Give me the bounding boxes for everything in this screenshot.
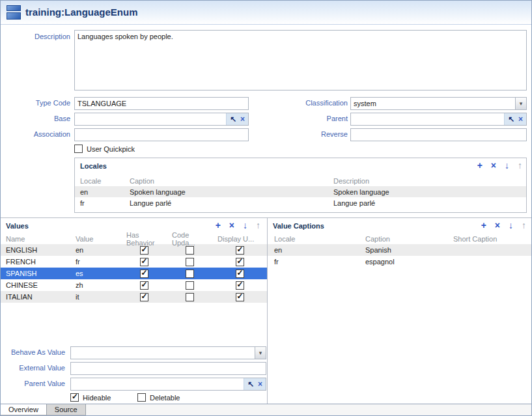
page-title: training:LanguageEnum [25, 7, 138, 18]
value-row[interactable]: FRENCH fr [1, 256, 267, 268]
editor-tabbar: Overview Source [1, 404, 531, 415]
picker-cursor-icon[interactable]: ↖ [247, 380, 254, 388]
editor-header: training:LanguageEnum [1, 1, 531, 25]
base-input[interactable] [75, 113, 226, 125]
has-behavior-checkbox[interactable] [140, 293, 148, 301]
value-row[interactable]: SPANISH es [1, 268, 267, 279]
dropdown-arrow-icon[interactable]: ▾ [255, 347, 266, 359]
display-update-checkbox[interactable] [236, 246, 244, 255]
clear-icon[interactable]: × [240, 115, 245, 123]
description-label: Description [1, 33, 70, 40]
value-captions-table-header: Locale Caption Short Caption [268, 234, 531, 244]
external-value-label: External Value [1, 364, 65, 372]
value-captions-panel: Value Captions + × ↓ ↑ Locale Caption Sh… [268, 217, 531, 404]
has-behavior-checkbox[interactable] [140, 246, 148, 255]
picker-cursor-icon[interactable]: ↖ [230, 115, 236, 123]
parent-value-field: ↖ × [70, 378, 266, 391]
code-update-checkbox[interactable] [186, 293, 194, 301]
parent-field: ↖ × [350, 113, 527, 126]
move-up-icon[interactable]: ↑ [256, 221, 260, 230]
dropdown-arrow-icon[interactable]: ▾ [515, 98, 526, 109]
locales-toolbar: + × ↓ ↑ [477, 161, 522, 170]
association-label: Association [1, 130, 70, 138]
user-quickpick-label: User Quickpick [87, 145, 135, 153]
type-code-input[interactable] [74, 97, 249, 110]
description-input[interactable]: Languages spoken by people. [74, 30, 527, 90]
behave-as-value-select[interactable]: ▾ [70, 346, 266, 359]
classification-label: Classification [261, 99, 348, 107]
values-table-header: Name Value Has Behavior Code Upda... Dis… [1, 234, 267, 244]
value-captions-table: en Spanish fr espagnol [268, 244, 531, 268]
delete-icon[interactable]: × [491, 161, 496, 170]
add-icon[interactable]: + [216, 221, 221, 230]
move-up-icon[interactable]: ↑ [522, 221, 526, 230]
enum-editor-window: training:LanguageEnum Description Langua… [0, 0, 532, 416]
locale-row[interactable]: fr Langue parlé Langue parlé [75, 197, 526, 208]
has-behavior-checkbox[interactable] [140, 258, 148, 266]
code-update-checkbox[interactable] [186, 258, 194, 266]
association-input[interactable] [74, 128, 249, 141]
move-down-icon[interactable]: ↓ [505, 161, 509, 170]
user-quickpick-checkbox[interactable] [74, 145, 83, 153]
value-row[interactable]: CHINESE zh [1, 279, 267, 291]
locales-panel: Locales + × ↓ ↑ Locale Caption Descripti… [74, 158, 527, 213]
code-update-checkbox[interactable] [186, 270, 194, 278]
reverse-input[interactable] [350, 128, 527, 141]
add-icon[interactable]: + [477, 161, 483, 170]
picker-cursor-icon[interactable]: ↖ [508, 115, 514, 123]
display-update-checkbox[interactable] [236, 258, 244, 266]
values-toolbar: + × ↓ ↑ [216, 221, 260, 230]
classification-select[interactable]: system ▾ [350, 97, 527, 110]
parent-label: Parent [261, 115, 348, 122]
hideable-checkbox[interactable] [70, 393, 79, 402]
parent-input[interactable] [351, 113, 504, 125]
tab-source[interactable]: Source [47, 404, 86, 415]
tab-overview[interactable]: Overview [1, 404, 47, 415]
caption-row[interactable]: fr espagnol [268, 256, 531, 268]
add-icon[interactable]: + [481, 221, 486, 230]
classification-value: system [351, 98, 515, 109]
base-label: Base [1, 115, 70, 122]
move-down-icon[interactable]: ↓ [243, 221, 247, 230]
behave-as-value-label: Behave As Value [1, 348, 65, 356]
type-code-label: Type Code [1, 99, 70, 107]
deletable-checkbox[interactable] [137, 393, 146, 402]
locales-table-header: Locale Caption Description [75, 176, 526, 186]
value-row[interactable]: ITALIAN it [1, 291, 267, 303]
code-update-checkbox[interactable] [186, 246, 194, 255]
display-update-checkbox[interactable] [236, 293, 244, 301]
values-title: Values [6, 222, 29, 230]
parent-value-input[interactable] [71, 378, 244, 390]
values-panel: Values + × ↓ ↑ Name Value Has Behavior C… [1, 217, 268, 404]
value-captions-title: Value Captions [273, 222, 324, 230]
reverse-label: Reverse [261, 130, 348, 138]
has-behavior-checkbox[interactable] [140, 270, 148, 278]
move-up-icon[interactable]: ↑ [518, 161, 522, 170]
enum-type-icon [7, 5, 21, 20]
move-down-icon[interactable]: ↓ [509, 221, 513, 230]
locales-title: Locales [80, 162, 107, 170]
parent-value-label: Parent Value [1, 380, 65, 387]
locales-table: en Spoken language Spoken language fr La… [75, 186, 526, 208]
clear-icon[interactable]: × [518, 115, 523, 123]
deletable-label: Deletable [150, 394, 180, 402]
behave-as-value-value [71, 347, 255, 359]
external-value-input[interactable] [70, 362, 266, 375]
code-update-checkbox[interactable] [186, 281, 194, 290]
has-behavior-checkbox[interactable] [140, 281, 148, 290]
locale-row[interactable]: en Spoken language Spoken language [75, 186, 526, 197]
base-field: ↖ × [74, 113, 249, 126]
value-captions-toolbar: + × ↓ ↑ [481, 221, 526, 230]
caption-row[interactable]: en Spanish [268, 244, 531, 256]
value-row[interactable]: ENGLISH en [1, 244, 267, 256]
display-update-checkbox[interactable] [236, 270, 244, 278]
delete-icon[interactable]: × [495, 221, 500, 230]
clear-icon[interactable]: × [258, 380, 262, 388]
values-table: ENGLISH en FRENCH fr SPANISH es [1, 244, 267, 303]
hideable-label: Hideable [83, 394, 111, 402]
delete-icon[interactable]: × [229, 221, 234, 230]
display-update-checkbox[interactable] [236, 281, 244, 290]
